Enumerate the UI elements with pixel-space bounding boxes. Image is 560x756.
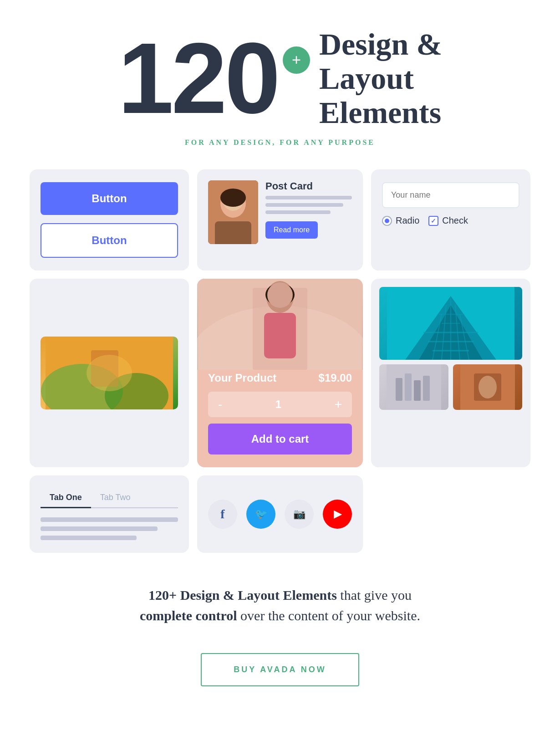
tab-one[interactable]: Tab One <box>41 488 91 508</box>
tabs-row: Tab One Tab Two <box>41 488 178 508</box>
outline-button[interactable]: Button <box>41 223 178 258</box>
radio-circle[interactable] <box>382 216 392 226</box>
instagram-button[interactable]: 📷 <box>285 500 314 529</box>
social-card: f 🐦 📷 ▶ <box>197 475 363 553</box>
text-line-1 <box>265 196 352 199</box>
twitter-button[interactable]: 🐦 <box>246 500 275 529</box>
radio-item: Radio <box>382 215 419 226</box>
svg-point-37 <box>479 376 497 398</box>
add-to-cart-button[interactable]: Add to cart <box>208 424 352 455</box>
gallery-thumbnails <box>379 364 522 410</box>
form-card: Radio ✓ Check <box>371 169 530 271</box>
hero-title: Design & Layout Elements <box>319 27 442 129</box>
quantity-minus-button[interactable]: - <box>208 392 232 417</box>
svg-rect-2 <box>215 221 251 244</box>
cta-button[interactable]: BUY AVADA NOW <box>201 653 359 686</box>
gallery-card <box>371 279 530 467</box>
product-header: Your Product $19.00 <box>208 372 352 384</box>
product-name: Your Product <box>208 372 276 384</box>
radio-inner <box>385 219 389 223</box>
instagram-icon: 📷 <box>293 508 305 520</box>
svg-rect-32 <box>405 373 412 401</box>
facebook-button[interactable]: f <box>208 500 237 529</box>
svg-point-4 <box>220 189 246 207</box>
video-card <box>30 279 189 467</box>
twitter-icon: 🐦 <box>255 508 267 520</box>
post-card: Post Card Read more <box>197 169 363 271</box>
check-box[interactable]: ✓ <box>428 216 438 226</box>
text-line-2 <box>265 203 343 207</box>
youtube-button[interactable]: ▶ <box>323 500 352 529</box>
filled-button[interactable]: Button <box>41 182 178 215</box>
elements-grid: Button Button Post Card Read more <box>30 169 530 553</box>
buttons-card: Button Button <box>30 169 189 271</box>
youtube-icon: ▶ <box>334 508 341 520</box>
name-input[interactable] <box>382 182 519 208</box>
tab-line-1 <box>41 517 178 522</box>
tab-two[interactable]: Tab Two <box>91 488 140 508</box>
hero-number: 120 <box>118 28 278 128</box>
quantity-row: - 1 + <box>208 392 352 417</box>
radio-label: Radio <box>396 215 419 226</box>
check-label: Check <box>442 215 468 226</box>
read-more-button[interactable]: Read more <box>265 221 318 239</box>
product-card: Your Product $19.00 - 1 + Add to cart <box>197 279 363 467</box>
hero-section: 120 + Design & Layout Elements <box>18 27 542 129</box>
quantity-value: 1 <box>232 398 324 411</box>
video-thumbnail[interactable] <box>41 337 178 409</box>
tab-content <box>41 514 178 540</box>
gallery-main-image <box>379 287 522 360</box>
svg-rect-34 <box>423 376 430 401</box>
svg-point-9 <box>87 355 132 391</box>
text-line-3 <box>265 210 331 214</box>
check-item: ✓ Check <box>428 215 468 226</box>
post-card-title: Post Card <box>265 180 352 192</box>
product-price: $19.00 <box>319 372 352 384</box>
plus-badge: + <box>283 46 310 74</box>
radio-check-row: Radio ✓ Check <box>382 215 519 226</box>
tabs-card: Tab One Tab Two <box>30 475 189 553</box>
tab-line-2 <box>41 526 158 531</box>
post-card-image <box>208 180 258 244</box>
post-card-content: Post Card Read more <box>265 180 352 239</box>
quantity-plus-button[interactable]: + <box>325 392 352 417</box>
bottom-description: 120+ Design & Layout Elements that give … <box>140 585 420 626</box>
hero-subtitle: FOR ANY DESIGN, FOR ANY PURPOSE <box>185 138 375 147</box>
facebook-icon: f <box>220 507 224 521</box>
svg-rect-33 <box>414 380 421 401</box>
tab-line-3 <box>41 536 137 540</box>
svg-rect-31 <box>396 378 402 401</box>
gallery-thumb-1[interactable] <box>379 364 448 410</box>
gallery-thumb-2[interactable] <box>453 364 522 410</box>
product-content: Your Product $19.00 - 1 + Add to cart <box>197 279 363 467</box>
